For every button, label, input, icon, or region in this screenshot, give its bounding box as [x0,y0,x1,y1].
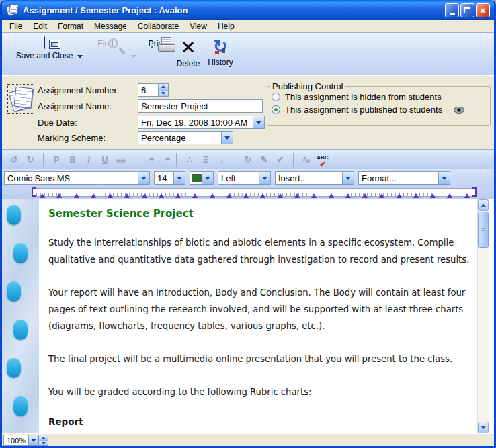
hidden-radio[interactable] [272,93,280,101]
tab-stop-marker[interactable] [430,193,436,198]
tab-stop-marker[interactable] [345,193,351,198]
save-dropdown-arrow[interactable] [77,55,83,58]
save-and-close-button[interactable]: Save and Close [13,37,76,60]
tab-stop-marker[interactable] [329,193,334,198]
minimize-button[interactable] [445,3,459,17]
edit-pen-icon[interactable]: ✎ [256,152,272,167]
published-option-row[interactable]: This assignment is published to students [267,104,490,117]
tab-stop-marker[interactable] [226,193,232,198]
title-bar[interactable]: Assignment / Semester Project : Avalon × [2,0,494,20]
insert-arrow[interactable] [342,172,354,184]
menu-format[interactable]: Format [52,21,89,32]
revert-icon[interactable]: ↻ [240,152,256,167]
undo-icon[interactable]: ↺ [6,152,22,167]
assignment-name-field[interactable] [138,99,263,113]
maximize-button[interactable] [460,3,474,17]
tab-stop-marker[interactable] [159,193,164,198]
menu-help[interactable]: Help [212,21,240,32]
scroll-down-button[interactable] [478,422,489,433]
underline-icon[interactable]: U [97,152,113,167]
assignment-number-field[interactable]: 6 [138,83,169,97]
due-date-arrow[interactable] [253,116,264,128]
close-button[interactable]: × [476,3,490,17]
zoom-dropdown-arrow[interactable] [28,435,38,445]
find-dropdown-arrow[interactable] [131,55,136,58]
format-dropdown[interactable]: Format... [358,171,450,185]
format-arrow[interactable] [438,172,450,184]
font-family-dropdown[interactable]: Comic Sans MS [4,171,150,185]
format-toolbar: ↺↻PBIUab→≡←≡∴Ξ↓↻✎✔∿ABC✔ [2,149,494,169]
history-button[interactable]: ↻ History [205,37,236,67]
italic-icon[interactable]: I [81,152,97,167]
published-radio[interactable] [272,105,280,114]
spellcheck-icon[interactable]: ABC✔ [315,152,331,167]
tab-stop-marker[interactable] [362,193,368,198]
alignment-arrow[interactable] [259,172,270,184]
scrollbar-track[interactable] [478,248,489,422]
tab-stop-marker[interactable] [210,193,215,198]
move-down-icon[interactable]: ↓ [214,152,230,167]
tab-stop-marker[interactable] [124,193,130,198]
tab-stop-marker[interactable] [56,193,62,198]
due-date-dropdown[interactable]: Fri, Dec 19, 2008 10:00 AM [138,116,265,129]
assignment-name-input[interactable] [138,101,262,111]
tab-stop-marker[interactable] [175,193,181,198]
tab-stop-marker[interactable] [142,193,147,198]
accept-icon[interactable]: ✔ [272,152,288,167]
insert-dropdown[interactable]: Insert... [275,171,354,185]
zoom-control[interactable]: 100% [3,435,48,446]
menu-edit[interactable]: Edit [28,21,52,32]
font-size-dropdown[interactable]: 14 [154,171,185,185]
tab-stop-marker[interactable] [413,193,419,198]
indent-decrease-icon[interactable]: ←≡ [155,152,171,167]
plain-text-icon[interactable]: P [48,152,65,167]
menu-view[interactable]: View [184,21,212,32]
assignment-item-icon[interactable] [7,84,34,114]
alignment-dropdown[interactable]: Left [218,171,271,185]
zoom-spinner[interactable] [38,435,48,445]
print-button[interactable]: Print [143,37,170,48]
marking-scheme-arrow[interactable] [221,132,233,144]
menu-collaborate[interactable]: Collaborate [132,21,184,32]
bold-icon[interactable]: B [65,152,81,167]
strikethrough-icon[interactable]: ab [113,152,129,167]
tab-stop-marker[interactable] [260,193,265,198]
tab-stop-marker[interactable] [464,193,470,198]
marking-scheme-label: Marking Scheme: [38,133,106,143]
menu-message[interactable]: Message [89,21,132,32]
tab-stop-marker[interactable] [447,193,452,198]
paragraph-spacing-icon[interactable]: Ξ [198,152,214,167]
tab-stop-marker[interactable] [40,193,45,198]
signature-icon[interactable]: ∿ [298,152,315,167]
hidden-option-row[interactable]: This assignment is hidden from students [267,91,490,104]
font-color-arrow[interactable] [202,172,213,184]
assignment-number-spinner[interactable] [158,84,168,96]
delete-icon: × [180,36,196,58]
marking-scheme-dropdown[interactable]: Percentage [138,131,233,144]
tab-stop-marker[interactable] [294,193,300,198]
font-size-arrow[interactable] [173,172,185,184]
indent-increase-icon[interactable]: →≡ [139,152,155,167]
scrollbar-thumb[interactable] [478,212,489,248]
redo-icon[interactable]: ↻ [22,152,38,167]
tab-stop-marker[interactable] [91,193,96,198]
document-content[interactable]: Semester Science Project Study the inter… [39,199,477,433]
tab-stop-marker[interactable] [243,193,249,198]
scroll-up-button[interactable] [478,199,489,211]
tab-stop-marker[interactable] [278,193,283,198]
tab-stop-marker[interactable] [379,193,384,198]
tab-stop-marker[interactable] [108,193,113,198]
font-family-arrow[interactable] [138,172,149,184]
find-button[interactable]: Find [86,37,125,48]
vertical-scrollbar[interactable] [477,199,489,433]
right-margin-marker[interactable] [472,187,477,197]
menu-file[interactable]: File [4,21,28,32]
tab-stop-marker[interactable] [192,193,198,198]
delete-button[interactable]: × Delete [173,37,204,69]
tab-stop-marker[interactable] [74,193,79,198]
left-margin-marker[interactable] [32,187,36,197]
tab-stop-marker[interactable] [397,193,402,198]
font-color-dropdown[interactable] [190,171,214,185]
tab-stops-icon[interactable]: ∴ [181,152,198,167]
tab-stop-marker[interactable] [311,193,317,198]
